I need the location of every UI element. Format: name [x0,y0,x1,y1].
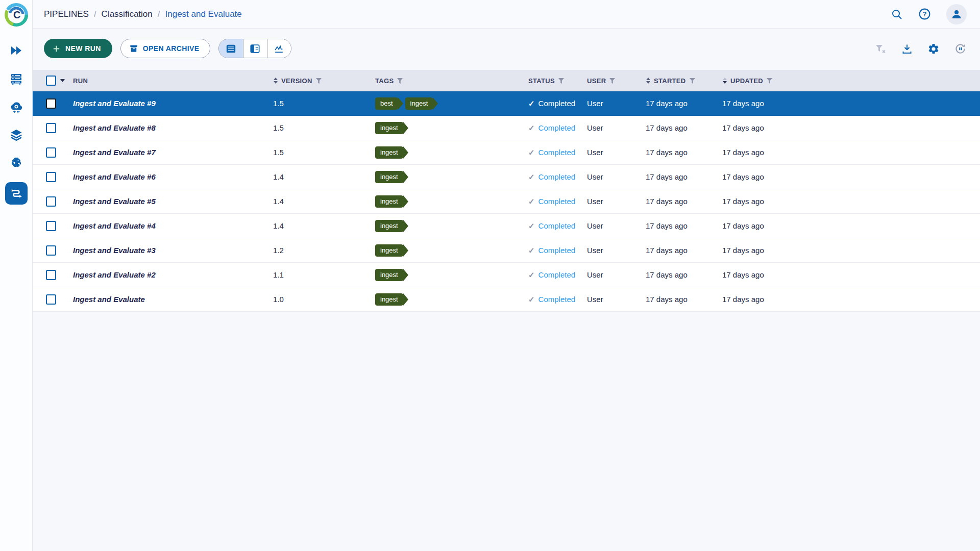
column-header-version[interactable]: VERSION [269,70,371,91]
check-icon: ✓ [528,221,535,231]
user-avatar[interactable] [946,4,967,24]
clear-filters-icon[interactable] [874,43,887,55]
breadcrumb-pipelines[interactable]: PIPELINES [44,9,89,19]
column-header-user[interactable]: USER [583,70,642,91]
download-icon[interactable] [901,43,913,55]
run-name-link[interactable]: Ingest and Evaluate #6 [73,172,156,181]
run-name-link[interactable]: Ingest and Evaluate #4 [73,221,156,230]
filter-icon[interactable] [766,78,773,84]
run-name-link[interactable]: Ingest and Evaluate #9 [73,99,156,108]
filter-icon[interactable] [689,78,696,84]
table-view-toggle[interactable] [219,39,243,58]
run-name-link[interactable]: Ingest and Evaluate [73,295,145,304]
checkbox-cell [33,116,69,140]
filter-icon[interactable] [315,78,322,84]
chart-view-toggle[interactable] [267,39,291,58]
column-label: USER [587,77,606,85]
run-name-link[interactable]: Ingest and Evaluate #8 [73,123,156,132]
run-name-link[interactable]: Ingest and Evaluate #7 [73,148,156,157]
updated-cell: 17 days ago [718,214,980,238]
top-bar: PIPELINES / Classification / Ingest and … [33,0,980,29]
status-text: Completed [538,99,576,108]
column-header-run[interactable]: RUN [69,70,269,91]
table-row[interactable]: Ingest and Evaluate #6 1.4 ingest ✓ Comp… [33,165,980,189]
table-view-icon [226,44,236,54]
layers-icon[interactable] [10,128,23,141]
filter-icon[interactable] [397,78,403,84]
filter-icon[interactable] [558,78,565,84]
filter-icon[interactable] [609,78,616,84]
select-all-checkbox[interactable] [46,76,56,86]
table-row[interactable]: Ingest and Evaluate #2 1.1 ingest ✓ Comp… [33,263,980,287]
column-header-tags[interactable]: TAGS [371,70,524,91]
help-icon[interactable]: ? [918,8,931,20]
app-logo[interactable]: C [4,2,29,28]
status-text: Completed [538,270,576,279]
run-name-link[interactable]: Ingest and Evaluate #3 [73,246,156,255]
cloud-gear-icon[interactable] [10,100,23,113]
row-checkbox[interactable] [46,294,56,305]
table-row[interactable]: Ingest and Evaluate #7 1.5 ingest ✓ Comp… [33,140,980,165]
server-racks-icon[interactable] [10,72,23,85]
sidebar-nav [5,44,28,205]
auto-refresh-icon[interactable] [954,42,967,55]
split-view-toggle[interactable] [243,39,267,58]
checkbox-cell [33,91,69,115]
column-header-updated[interactable]: UPDATED [718,70,980,91]
run-cell: Ingest and Evaluate #4 [69,214,269,238]
double-chevron-icon[interactable] [10,44,23,57]
sort-icon[interactable] [722,77,727,84]
archive-icon [129,44,138,53]
search-icon[interactable] [891,8,903,20]
row-checkbox[interactable] [46,172,56,182]
tag-chip: ingest [375,195,403,208]
new-run-label: NEW RUN [65,44,101,53]
status-cell: ✓ Completed [524,214,583,238]
row-checkbox[interactable] [46,270,56,280]
run-cell: Ingest and Evaluate #3 [69,238,269,262]
sort-icon[interactable] [273,77,278,84]
column-header-status[interactable]: STATUS [524,70,583,91]
tag-chip: ingest [375,122,403,134]
table-body: Ingest and Evaluate #9 1.5 bestingest ✓ … [33,91,980,312]
sort-icon[interactable] [646,77,651,84]
check-icon: ✓ [528,270,535,280]
status-cell: ✓ Completed [524,116,583,140]
status-cell: ✓ Completed [524,238,583,262]
select-menu-caret-icon[interactable] [60,79,65,82]
status-text: Completed [538,172,576,181]
settings-icon[interactable] [927,43,940,55]
breadcrumb-project[interactable]: Classification [102,9,153,19]
row-checkbox[interactable] [46,123,56,133]
table-row[interactable]: Ingest and Evaluate #8 1.5 ingest ✓ Comp… [33,116,980,140]
run-name-link[interactable]: Ingest and Evaluate #5 [73,197,156,206]
table-row[interactable]: Ingest and Evaluate #9 1.5 bestingest ✓ … [33,91,980,116]
table-row[interactable]: Ingest and Evaluate #5 1.4 ingest ✓ Comp… [33,189,980,214]
user-cell: User [583,140,642,164]
table-row[interactable]: Ingest and Evaluate 1.0 ingest ✓ Complet… [33,287,980,312]
pipelines-icon[interactable] [5,182,28,205]
column-label: VERSION [281,77,312,85]
row-checkbox[interactable] [46,147,56,158]
version-cell: 1.4 [269,214,371,238]
row-checkbox[interactable] [46,221,56,231]
check-icon: ✓ [528,148,535,157]
table-row[interactable]: Ingest and Evaluate #3 1.2 ingest ✓ Comp… [33,238,980,263]
row-checkbox[interactable] [46,245,56,256]
new-run-button[interactable]: NEW RUN [44,39,112,58]
user-cell: User [583,287,642,311]
brain-icon[interactable] [10,156,23,169]
user-cell: User [583,91,642,115]
table-row[interactable]: Ingest and Evaluate #4 1.4 ingest ✓ Comp… [33,214,980,238]
tag-chip: ingest [405,97,433,110]
status-text: Completed [538,295,576,304]
tags-cell: ingest [371,140,524,164]
run-name-link[interactable]: Ingest and Evaluate #2 [73,270,156,279]
open-archive-button[interactable]: OPEN ARCHIVE [120,39,210,58]
chart-view-icon [274,44,284,54]
row-checkbox[interactable] [46,98,56,109]
started-cell: 17 days ago [642,214,718,238]
check-icon: ✓ [528,295,535,304]
column-header-started[interactable]: STARTED [642,70,718,91]
row-checkbox[interactable] [46,196,56,207]
